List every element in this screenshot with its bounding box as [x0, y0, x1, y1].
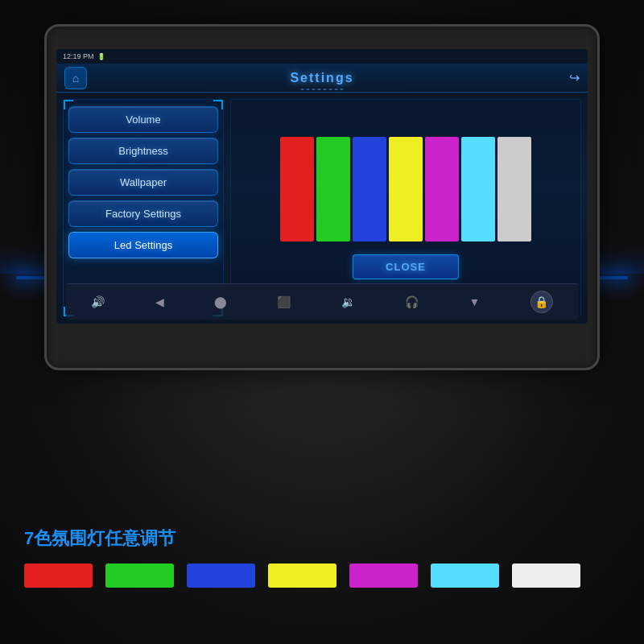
color-bar — [389, 137, 423, 242]
color-bar — [425, 137, 459, 242]
nav-headphone-icon[interactable]: 🎧 — [405, 295, 419, 308]
nav-lock-icon[interactable]: 🔒 — [530, 291, 553, 313]
close-button[interactable]: CLOSE — [353, 254, 459, 279]
status-bar: 12:19 PM 🔋 — [56, 49, 588, 64]
menu-item-factory-settings[interactable]: Factory Settings — [68, 200, 218, 227]
screen-header: ⌂ Settings ↪ — [56, 64, 588, 93]
share-button[interactable]: ↪ — [569, 70, 580, 85]
color-swatch[interactable] — [187, 564, 255, 588]
nav-back-icon[interactable]: ◀ — [155, 295, 164, 308]
color-swatch[interactable] — [349, 564, 418, 588]
menu-item-wallpaper[interactable]: Wallpaper — [68, 169, 218, 196]
home-button[interactable]: ⌂ — [64, 67, 87, 89]
color-bar — [280, 137, 314, 242]
color-swatch[interactable] — [431, 564, 499, 588]
color-bar — [461, 137, 495, 242]
nav-volume-icon[interactable]: 🔊 — [91, 295, 105, 308]
battery-icon: 🔋 — [97, 53, 105, 60]
nav-volume2-icon[interactable]: 🔉 — [341, 295, 355, 308]
color-swatches — [24, 564, 620, 588]
screen-title: Settings — [290, 71, 353, 85]
chinese-section: 7色氛围灯任意调节 — [24, 526, 620, 588]
menu-item-brightness[interactable]: Brightness — [68, 138, 218, 164]
nav-home-circle-icon[interactable]: ⬤ — [214, 295, 227, 308]
chinese-title: 7色氛围灯任意调节 — [24, 526, 620, 551]
tablet-screen: 12:19 PM 🔋 ⌂ Settings ↪ — [56, 49, 588, 324]
color-swatch[interactable] — [268, 564, 336, 588]
status-time: 12:19 PM — [63, 52, 94, 60]
nav-down-icon[interactable]: ▼ — [469, 295, 481, 308]
color-swatch[interactable] — [105, 564, 174, 588]
menu-item-led-settings[interactable]: Led Settings — [68, 232, 218, 258]
corner-decoration-tl — [64, 100, 73, 109]
color-swatch[interactable] — [24, 564, 93, 588]
nav-bar: 🔊 ◀ ⬤ ⬛ 🔉 🎧 ▼ 🔒 — [66, 283, 578, 320]
color-bars — [280, 137, 531, 242]
color-swatch[interactable] — [512, 564, 580, 588]
tablet-frame: 12:19 PM 🔋 ⌂ Settings ↪ — [44, 24, 600, 370]
corner-decoration-tr — [213, 100, 223, 109]
color-bar — [353, 137, 386, 242]
nav-stop-icon[interactable]: ⬛ — [277, 295, 291, 308]
menu-item-volume[interactable]: Volume — [68, 106, 218, 133]
home-icon: ⌂ — [72, 72, 79, 85]
color-bar — [316, 137, 350, 242]
title-decoration — [301, 89, 344, 90]
color-bar — [497, 137, 531, 242]
